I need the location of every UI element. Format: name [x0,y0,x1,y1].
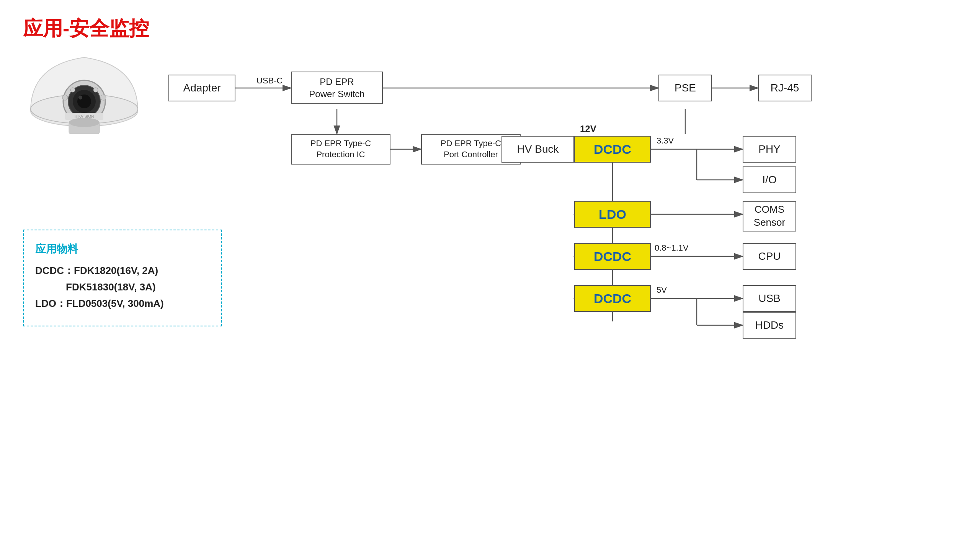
hv-buck-box: HV Buck [501,136,574,163]
svg-text:USB-C: USB-C [256,76,283,85]
svg-point-7 [62,95,68,100]
svg-point-6 [78,96,82,99]
block-diagram: USB-C [145,31,949,356]
coms-sensor-box: COMS Sensor [743,201,796,231]
adapter-box: Adapter [168,75,235,101]
rj45-box: RJ-45 [758,75,812,101]
svg-point-8 [101,95,106,100]
dcdc-material-2: FDK51830(18V, 3A) [35,281,210,293]
svg-text:5V: 5V [657,285,667,295]
dcdc-material-1: DCDC：FDK1820(16V, 2A) [35,264,210,277]
hdds-box: HDDs [743,312,796,339]
dcdc3-box: DCDC [574,285,651,312]
svg-text:3.3V: 3.3V [657,136,674,145]
usb-box: USB [743,285,796,312]
svg-text:12V: 12V [580,124,596,134]
dcdc2-box: DCDC [574,243,651,270]
materials-box: 应用物料 DCDC：FDK1820(16V, 2A) FDK51830(18V,… [23,230,222,326]
svg-point-14 [69,118,100,127]
svg-point-10 [93,88,98,92]
phy-box: PHY [743,136,796,163]
io-box: I/O [743,166,796,193]
ldo-box: LDO [574,201,651,228]
dcdc1-box: DCDC [574,136,651,163]
materials-title: 应用物料 [35,242,210,256]
cpu-box: CPU [743,243,796,270]
ldo-material: LDO：FLD0503(5V, 300mA) [35,297,210,310]
pd-epr-power-box: PD EPR Power Switch [291,72,383,104]
pd-epr-protection-box: PD EPR Type-C Protection IC [291,134,390,165]
pse-box: PSE [658,75,712,101]
svg-text:0.8~1.1V: 0.8~1.1V [655,243,689,253]
camera-image: HIKVISION [23,34,145,149]
diagram-lines: USB-C [145,31,949,356]
svg-point-9 [70,88,75,92]
